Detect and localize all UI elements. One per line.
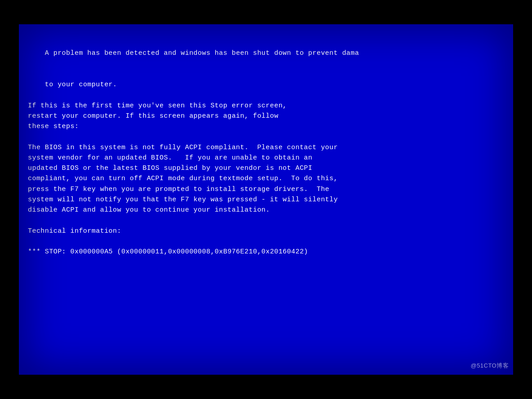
watermark: @51CTO博客 xyxy=(471,361,509,370)
bsod-header: A problem has been detected and windows … xyxy=(45,49,359,57)
bsod-body: to your computer. If this is the first t… xyxy=(28,81,338,256)
bsod-content: A problem has been detected and windows … xyxy=(28,38,500,268)
bsod-screen: A problem has been detected and windows … xyxy=(19,24,513,375)
